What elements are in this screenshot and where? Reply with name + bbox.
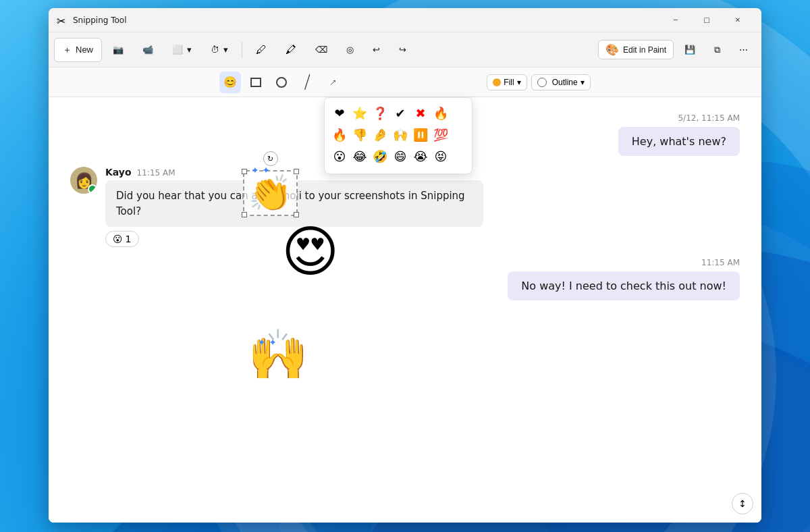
clap-sticker-selected: 👏 bbox=[248, 176, 292, 211]
msg1-text: Hey, what's new? bbox=[632, 135, 726, 148]
arrow-tool-icon: → bbox=[325, 74, 341, 90]
crop-circle-button[interactable]: ◎ bbox=[338, 38, 362, 62]
emoji-picker-popup: ❤️ ⭐ ❓ ✔️ ✖️ 🔥 🔥 👎 🤌 🙌 ⏸️ 💯 😮 😂 🤣 😄 bbox=[324, 97, 473, 174]
emoji-joy[interactable]: 😂 bbox=[350, 147, 369, 165]
msg2-time: 11:15 AM bbox=[137, 168, 176, 178]
emoji-x[interactable]: ✖️ bbox=[411, 103, 430, 122]
fill-color-button[interactable]: Fill ▾ bbox=[487, 74, 526, 90]
emoji-tongue[interactable]: 😝 bbox=[431, 147, 450, 165]
outline-label: Outline bbox=[552, 78, 578, 87]
edit-paint-label: Edit in Paint bbox=[623, 45, 666, 55]
undo-icon: ↩ bbox=[373, 45, 380, 55]
circle-tool-button[interactable] bbox=[271, 72, 292, 93]
more-button[interactable]: ⋯ bbox=[731, 38, 756, 62]
fill-dropdown-icon: ▾ bbox=[517, 78, 521, 87]
edit-in-paint-button[interactable]: 🎨 Edit in Paint bbox=[598, 40, 674, 59]
rectangle-snip-button[interactable]: ⬜ ▾ bbox=[164, 38, 200, 62]
drawing-toolbar: 😊 ╲ → Fill ▾ Outline ▾ ❤️ ⭐ bbox=[49, 68, 761, 97]
copy-icon: ⧉ bbox=[714, 45, 720, 55]
outline-button[interactable]: Outline ▾ bbox=[531, 74, 591, 90]
new-button[interactable]: ＋ New bbox=[54, 38, 102, 62]
emoji-100[interactable]: 💯 bbox=[431, 125, 450, 144]
emoji-star[interactable]: ⭐ bbox=[350, 103, 369, 122]
emoji-grin[interactable]: 😄 bbox=[391, 147, 410, 165]
close-button[interactable]: ✕ bbox=[722, 8, 753, 32]
emoji-rofl[interactable]: 🤣 bbox=[371, 147, 389, 165]
sparkle-bottom: ✦ ✦ bbox=[258, 337, 277, 348]
outline-circle-icon bbox=[537, 78, 547, 87]
new-label: New bbox=[76, 45, 93, 55]
msg3-bubble: No way! I need to check this out now! bbox=[508, 271, 740, 300]
rect-tool-button[interactable] bbox=[245, 72, 267, 93]
undo-button[interactable]: ↩ bbox=[364, 38, 388, 62]
save-icon: 💾 bbox=[684, 45, 695, 55]
emoji-shocked[interactable]: 😮 bbox=[330, 147, 349, 165]
status-dot bbox=[88, 184, 97, 194]
corner-tr[interactable] bbox=[294, 169, 299, 174]
crop-circle-icon: ◎ bbox=[346, 45, 354, 55]
selected-sticker-container[interactable]: ↻ 👏 bbox=[243, 170, 298, 216]
camera-button[interactable]: 📷 bbox=[105, 38, 132, 62]
emoji-row-2: 🔥 👎 🤌 🙌 ⏸️ 💯 bbox=[330, 125, 466, 144]
minimize-button[interactable]: ─ bbox=[660, 8, 691, 32]
highlighter-button[interactable]: 🖍 bbox=[277, 38, 304, 62]
emoji-row-3: 😮 😂 🤣 😄 😭 😝 bbox=[330, 147, 466, 165]
video-icon: 📹 bbox=[142, 45, 153, 55]
emoji-thumbs-up[interactable]: 🔥 bbox=[330, 125, 349, 144]
dropdown-arrow2: ▾ bbox=[223, 45, 228, 55]
timer-button[interactable]: ⏱ ▾ bbox=[202, 38, 236, 62]
paint-icon: 🎨 bbox=[605, 43, 619, 56]
marker-button[interactable]: 🖊 bbox=[248, 38, 275, 62]
redo-icon: ↪ bbox=[399, 45, 406, 55]
marker-icon: 🖊 bbox=[256, 44, 267, 56]
reaction-badge: 😮 1 bbox=[105, 231, 139, 247]
titlebar: ✂ Snipping Tool ─ □ ✕ bbox=[49, 8, 761, 32]
corner-br[interactable] bbox=[294, 212, 299, 217]
kayo-avatar: 👩 bbox=[70, 167, 97, 194]
msg3-text: No way! I need to check this out now! bbox=[521, 280, 726, 292]
dropdown-arrow: ▾ bbox=[187, 45, 192, 55]
rotate-handle[interactable]: ↻ bbox=[263, 151, 278, 166]
emoji-thumbs-down[interactable]: 👎 bbox=[350, 125, 369, 144]
maximize-button[interactable]: □ bbox=[691, 8, 722, 32]
emoji-check[interactable]: ✔️ bbox=[391, 103, 410, 122]
emoji-clap[interactable]: 🙌 bbox=[391, 125, 410, 144]
emoji-pinch[interactable]: 🤌 bbox=[371, 125, 389, 144]
video-button[interactable]: 📹 bbox=[134, 38, 161, 62]
corner-tl[interactable] bbox=[242, 169, 247, 174]
clap-bottom-sticker: 🙌 bbox=[248, 330, 308, 379]
titlebar-controls: ─ □ ✕ bbox=[660, 8, 753, 32]
plus-icon: ＋ bbox=[63, 44, 72, 56]
msg3-time: 11:15 AM bbox=[701, 258, 740, 267]
eraser-button[interactable]: ⌫ bbox=[307, 38, 335, 62]
copy-button[interactable]: ⧉ bbox=[706, 38, 728, 62]
rectangle-icon: ⬜ bbox=[172, 45, 183, 55]
app-icon: ✂ bbox=[57, 15, 68, 26]
emoji-pause[interactable]: ⏸️ bbox=[411, 125, 430, 144]
line-tool-button[interactable]: ╲ bbox=[296, 72, 318, 93]
redo-button[interactable]: ↪ bbox=[391, 38, 414, 62]
sticker-selection-box: 👏 bbox=[243, 170, 298, 216]
emoji-question[interactable]: ❓ bbox=[371, 103, 389, 122]
emoji-tool-button[interactable]: 😊 bbox=[219, 72, 241, 93]
emoji-cry[interactable]: 😭 bbox=[411, 147, 430, 165]
sender-name: Kayo bbox=[105, 167, 132, 178]
rect-tool-icon bbox=[250, 78, 261, 87]
circle-tool-icon bbox=[276, 77, 287, 88]
heart-eyes-sticker: 😍 bbox=[281, 224, 339, 280]
msg1-bubble: Hey, what's new? bbox=[618, 127, 740, 156]
save-button[interactable]: 💾 bbox=[676, 38, 703, 62]
line-tool-icon: ╲ bbox=[300, 74, 315, 90]
scroll-indicator[interactable]: ↕ bbox=[732, 493, 753, 514]
corner-bl[interactable] bbox=[242, 212, 247, 217]
more-icon: ⋯ bbox=[739, 45, 748, 55]
emoji-fire[interactable]: 🔥 bbox=[431, 103, 450, 122]
arrow-tool-button[interactable]: → bbox=[322, 72, 344, 93]
fill-color-dot bbox=[493, 78, 501, 86]
emoji-heart[interactable]: ❤️ bbox=[330, 103, 349, 122]
emoji-row-1: ❤️ ⭐ ❓ ✔️ ✖️ 🔥 bbox=[330, 103, 466, 122]
timer-icon: ⏱ bbox=[211, 45, 219, 55]
camera-icon: 📷 bbox=[113, 45, 124, 55]
fill-label: Fill bbox=[504, 78, 514, 87]
incoming-message-1: 👩 Kayo 11:15 AM Did you hear that you ca… bbox=[70, 167, 740, 247]
